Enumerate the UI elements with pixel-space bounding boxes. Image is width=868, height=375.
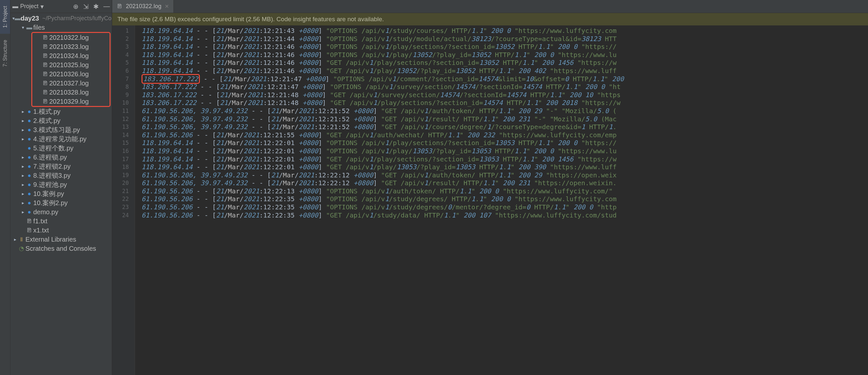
tree-file-label: 8.进程锁3.py — [33, 171, 70, 180]
tree-file-label: 20210328.log — [49, 89, 89, 96]
chevron-right-icon[interactable]: ▸ — [20, 155, 25, 160]
code-line: 118.199.64.14 - - [21/Mar/2021:12:22:01 … — [142, 147, 868, 155]
tree-file-py[interactable]: ▸●1.模式.py — [10, 107, 112, 116]
tree-file-txt[interactable]: ▸🖹f1.txt — [10, 217, 112, 226]
code-line: 61.190.56.206, 39.97.49.232 - - [21/Mar/… — [142, 107, 868, 115]
target-icon[interactable]: ⊕ — [73, 3, 79, 10]
tree-file-log[interactable]: ▸🖹20210324.log — [32, 51, 110, 60]
chevron-right-icon[interactable]: ▸ — [20, 191, 25, 196]
code-line: 183.206.17.222 - - [21/Mar/2021:12:21:48… — [142, 99, 868, 107]
gutter-line-number: 14 — [112, 131, 135, 139]
code-line: 61.190.56.206 - - [21/Mar/2021:12:22:35 … — [142, 203, 868, 211]
minimize-icon[interactable]: — — [103, 3, 110, 10]
file-icon: 🖹 — [41, 98, 49, 105]
python-file-icon: ● — [25, 199, 33, 207]
chevron-right-icon[interactable]: ▸ — [20, 200, 25, 206]
tree-file-py[interactable]: ▸●8.进程锁3.py — [10, 171, 112, 180]
tree-root[interactable]: ▾ ▬ day23 ~/PycharmProjects/luffyCou — [10, 14, 112, 23]
tree-external-libraries[interactable]: ▸ ⫴ External Libraries — [10, 235, 112, 244]
code-content[interactable]: 118.199.64.14 - - [21/Mar/2021:12:21:43 … — [135, 25, 868, 375]
tree-folder-label: files — [33, 24, 45, 31]
tree-file-py[interactable]: ▸●demo.py — [10, 208, 112, 217]
gutter-line-number: 5 — [112, 59, 135, 67]
scratch-icon: ◔ — [18, 245, 25, 252]
chevron-right-icon[interactable]: ▸ — [20, 164, 25, 169]
tree-file-py[interactable]: ▸●10.案例2.py — [10, 198, 112, 208]
tree-file-log[interactable]: ▸🖹20210322.log — [32, 33, 110, 42]
chevron-right-icon[interactable]: ▸ — [20, 118, 25, 123]
tree-file-log[interactable]: ▸🖹20210327.log — [32, 79, 110, 88]
highlighted-log-files: ▸🖹20210322.log▸🖹20210323.log▸🖹20210324.l… — [31, 32, 111, 107]
tree-root-path — [39, 15, 42, 22]
tree-file-py[interactable]: ▸●10.案例.py — [10, 189, 112, 198]
tree-file-label: 2.模式.py — [33, 117, 60, 125]
gutter-line-number: 12 — [112, 115, 135, 123]
rail-tab-project[interactable]: 1: Project — [0, 0, 10, 34]
chevron-down-icon[interactable]: ▾ — [40, 3, 44, 10]
tree-file-label: 6.进程锁.py — [33, 153, 67, 162]
tree-file-py[interactable]: ▸●4.进程常见功能.py — [10, 134, 112, 144]
tree-file-label: 20210326.log — [49, 70, 89, 78]
python-file-icon: ● — [25, 136, 33, 143]
file-size-warning: The file size (2.6 MB) exceeds configure… — [112, 13, 868, 25]
chevron-down-icon[interactable]: ▾ — [20, 25, 25, 30]
tree-file-label: 4.进程常见功能.py — [33, 135, 86, 144]
python-file-icon: ● — [25, 154, 33, 161]
project-tree[interactable]: ▾ ▬ day23 ~/PycharmProjects/luffyCou ▾ ▬… — [10, 13, 112, 375]
chevron-right-icon[interactable]: ▸ — [20, 182, 25, 187]
tree-folder-files[interactable]: ▾ ▬ files — [10, 23, 112, 32]
tree-file-label: f1.txt — [33, 218, 47, 225]
chevron-right-icon[interactable]: ▸ — [20, 127, 25, 132]
tree-file-label: 9.进程池.py — [33, 180, 67, 189]
gutter-line-number: 3 — [112, 43, 135, 51]
tree-file-label: 20210325.log — [49, 61, 89, 69]
tab-label: 20210322.log — [126, 3, 161, 10]
gutter-line-number: 21 — [112, 187, 135, 195]
gutter-line-number: 10 — [112, 99, 135, 107]
python-file-icon: ● — [25, 190, 33, 197]
tree-scratches[interactable]: ▸ ◔ Scratches and Consoles — [10, 244, 112, 253]
chevron-down-icon[interactable]: ▾ — [12, 15, 15, 21]
tree-file-py[interactable]: ▸●2.模式.py — [10, 116, 112, 125]
chevron-right-icon[interactable]: ▸ — [12, 237, 18, 242]
chevron-right-icon[interactable]: ▸ — [20, 109, 25, 114]
tree-file-log[interactable]: ▸🖹20210325.log — [32, 60, 110, 69]
gutter-line-number: 17 — [112, 155, 135, 163]
tree-file-log[interactable]: ▸🖹20210329.log — [32, 97, 110, 106]
editor-area: 🖹 20210322.log ✕ The file size (2.6 MB) … — [112, 0, 868, 375]
tree-file-label: 20210327.log — [49, 80, 89, 87]
tree-file-txt[interactable]: ▸🖹x1.txt — [10, 226, 112, 235]
library-icon: ⫴ — [18, 236, 25, 243]
tree-file-py[interactable]: ▸●3.模式练习题.py — [10, 125, 112, 134]
tree-file-py[interactable]: ▸●6.进程锁.py — [10, 153, 112, 162]
gear-icon[interactable]: ✱ — [93, 3, 99, 10]
code-line: 61.190.56.206, 39.97.49.232 - - [21/Mar/… — [142, 171, 868, 179]
folder-icon: ▬ — [15, 15, 21, 22]
gutter-line-number: 2 — [112, 35, 135, 43]
tree-file-log[interactable]: ▸🖹20210326.log — [32, 69, 110, 79]
tree-file-log[interactable]: ▸🖹20210328.log — [32, 88, 110, 97]
tree-file-label: 7.进程锁2.py — [33, 162, 70, 171]
file-icon: 🖹 — [25, 227, 33, 234]
tree-file-py[interactable]: ▸●7.进程锁2.py — [10, 162, 112, 171]
code-line: 61.190.56.206, 39.97.49.232 - - [21/Mar/… — [142, 115, 868, 123]
code-line: 118.199.64.14 - - [21/Mar/2021:12:21:43 … — [142, 27, 868, 35]
expand-icon[interactable]: ⇲ — [83, 3, 89, 10]
gutter-line-number: 18 — [112, 163, 135, 171]
tree-file-log[interactable]: ▸🖹20210323.log — [32, 42, 110, 51]
tree-file-label: 1.模式.py — [33, 107, 60, 116]
file-icon: 🖹 — [25, 218, 33, 225]
chevron-right-icon[interactable]: ▸ — [20, 136, 25, 142]
rail-tab-structure[interactable]: 7: Structure — [0, 34, 10, 73]
tree-file-py[interactable]: ▸●9.进程池.py — [10, 180, 112, 189]
python-file-icon: ● — [25, 145, 33, 152]
tree-file-py[interactable]: ▸●5.进程个数.py — [10, 144, 112, 153]
gutter-line-number: 11 — [112, 107, 135, 115]
close-icon[interactable]: ✕ — [165, 3, 169, 9]
code-line: 118.199.64.14 - - [21/Mar/2021:12:21:46 … — [142, 43, 868, 51]
chevron-right-icon[interactable]: ▸ — [20, 173, 25, 178]
code-line: 183.206.17.222 - - [21/Mar/2021:12:21:47… — [142, 83, 868, 91]
project-panel: ▬ Project ▾ ⊕ ⇲ ✱ — ▾ ▬ day23 ~/PycharmP… — [10, 0, 112, 375]
editor-tab[interactable]: 🖹 20210322.log ✕ — [112, 0, 174, 13]
chevron-right-icon[interactable]: ▸ — [20, 209, 25, 215]
